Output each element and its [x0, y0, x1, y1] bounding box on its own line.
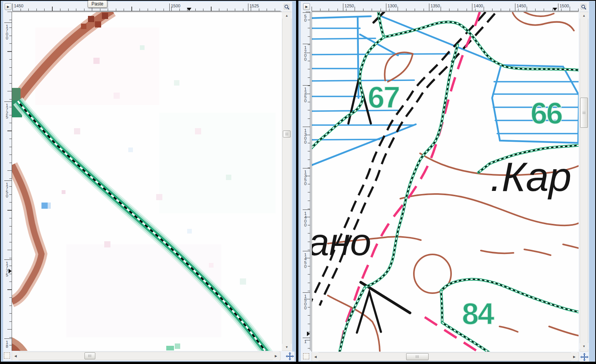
vertical-ruler-left[interactable]: 1700 1725 1750 1775 18: [4, 12, 12, 350]
scroll-left-button[interactable]: ◀: [312, 352, 319, 361]
play-triangle-icon: ▶: [305, 5, 308, 9]
scroll-left-button[interactable]: ◀: [12, 352, 19, 360]
tooltip-text: Paste: [91, 1, 103, 7]
move-cross-icon: [580, 353, 589, 361]
blue-pixel: [41, 203, 48, 209]
vertical-ruler-right[interactable]: 50 1200 1250 1300 1350 1400 1450 1500 1: [302, 12, 310, 350]
ruler-label: 18: [5, 340, 9, 348]
horizontal-scrollbar-left[interactable]: ◀ ▶: [12, 352, 281, 360]
blue-pixel: [48, 203, 51, 209]
zoom-follow-window-toggle[interactable]: [580, 3, 587, 11]
zoomed-map-pixels: [12, 12, 282, 351]
paste-tooltip: Paste: [88, 0, 107, 8]
pointer-position-marker: [553, 8, 557, 11]
pointer-position-marker: [307, 331, 310, 336]
ruler-label: 1700: [5, 24, 9, 39]
ruler-label: 1525: [250, 3, 259, 8]
ruler-label: 1350: [303, 170, 307, 185]
quick-mask-toggle[interactable]: [303, 353, 309, 359]
ruler-label: 1500: [171, 3, 180, 8]
topographic-map: .Кар ано 67 66 84: [312, 12, 579, 352]
play-triangle-icon: ▶: [7, 5, 9, 9]
magnifier-icon: [580, 3, 587, 10]
image-canvas-zoomed[interactable]: [12, 12, 282, 351]
ruler-label: 1300: [303, 128, 307, 144]
ruler-label: 1450: [14, 3, 23, 8]
navigation-button[interactable]: [580, 352, 589, 362]
zoom-follow-window-toggle[interactable]: [283, 3, 291, 11]
magnifier-icon: [283, 3, 290, 10]
image-canvas-map[interactable]: .Кар ано 67 66 84: [312, 12, 579, 352]
ruler-label: 1300: [388, 3, 397, 8]
ruler-label: 1750: [5, 182, 9, 197]
map-number-66: 66: [531, 96, 562, 130]
canvas-noise: [35, 27, 276, 350]
scroll-down-button[interactable]: ▼: [282, 344, 291, 350]
horizontal-scroll-thumb[interactable]: [406, 353, 429, 360]
scroll-right-button[interactable]: ▶: [273, 352, 279, 360]
scroll-right-button[interactable]: ▶: [571, 352, 577, 361]
ruler-label: 1350: [431, 3, 440, 8]
horizontal-scrollbar-right[interactable]: ◀ ▶: [312, 352, 579, 361]
map-number-67: 67: [368, 80, 399, 114]
pointer-position-marker: [187, 8, 191, 11]
ruler-label: 1200: [303, 45, 307, 61]
ruler-label: 1250: [345, 3, 354, 8]
scroll-up-button[interactable]: ▲: [282, 12, 291, 19]
ruler-label: 1500: [560, 3, 569, 8]
dashed-road-black: [312, 12, 495, 306]
vertical-scrollbar-right[interactable]: ▲ ▼: [580, 12, 588, 352]
map-number-84: 84: [462, 297, 494, 331]
scroll-up-button[interactable]: ▲: [580, 12, 588, 19]
ruler-label: 1725: [5, 103, 9, 118]
horizontal-ruler-left[interactable]: 1450 1475 1500 1525: [12, 3, 281, 11]
marsh-blue-lines: [312, 16, 579, 167]
horizontal-scroll-thumb[interactable]: [84, 352, 95, 359]
vertical-scroll-thumb[interactable]: [283, 130, 291, 137]
ruler-corner-menu-button[interactable]: ▶: [303, 3, 310, 10]
ruler-label: 1400: [474, 3, 483, 8]
quick-mask-toggle[interactable]: [4, 352, 10, 359]
ruler-label: 1: [303, 339, 307, 343]
ruler-label: 50: [303, 14, 307, 22]
ruler-label: 1450: [517, 3, 526, 8]
scroll-down-button[interactable]: ▼: [580, 343, 588, 349]
ruler-label: 1400: [303, 211, 307, 227]
move-cross-icon: [286, 352, 294, 361]
vertical-scroll-thumb[interactable]: [580, 98, 588, 128]
horizontal-ruler-right[interactable]: 1250 1300 1350 1400 1450 1500: [312, 3, 579, 11]
navigation-button[interactable]: [285, 352, 295, 361]
ruler-label: 1250: [303, 87, 307, 102]
pointer-position-marker: [9, 269, 12, 273]
ruler-corner-menu-button[interactable]: ▶: [5, 3, 12, 10]
ruler-label: 1450: [303, 252, 307, 268]
ruler-label: 1500: [303, 294, 307, 309]
place-name-right: .Кар: [490, 154, 572, 199]
vertical-scrollbar-left[interactable]: ▲ ▼: [282, 12, 291, 351]
